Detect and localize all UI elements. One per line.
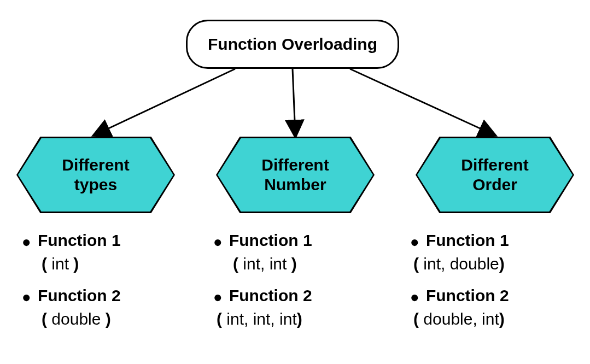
svg-line-1 — [293, 69, 295, 134]
bullet-icon: ● — [213, 234, 223, 250]
branch-node-number: Different Number — [216, 137, 375, 213]
function-name: Function 1 — [229, 230, 312, 252]
root-node: Function Overloading — [186, 20, 399, 69]
branch-list-order: ● Function 1 ( int, double) ● Function 2… — [410, 230, 590, 340]
function-name: Function 1 — [38, 230, 121, 252]
bullet-icon: ● — [22, 234, 31, 250]
list-item: ● Function 1 — [410, 230, 590, 252]
svg-line-2 — [350, 69, 493, 134]
list-item: ● Function 2 — [410, 285, 590, 307]
function-signature: ( int, int, int) — [217, 308, 394, 331]
bullet-icon: ● — [213, 290, 223, 305]
branch-list-types: ● Function 1 ( int ) ● Function 2 ( doub… — [22, 230, 202, 340]
branch-node-types: Different types — [16, 137, 175, 213]
list-item: ● Function 2 — [213, 285, 394, 307]
diagram-canvas: Function Overloading Different types Dif… — [0, 0, 590, 364]
root-title: Function Overloading — [208, 35, 377, 54]
function-signature: ( double, int) — [413, 308, 590, 331]
list-item: ● Function 1 — [22, 230, 202, 252]
function-signature: ( int ) — [42, 253, 202, 275]
function-name: Function 1 — [426, 230, 509, 252]
bullet-icon: ● — [410, 234, 419, 250]
function-name: Function 2 — [38, 285, 121, 307]
list-item: ● Function 1 — [213, 230, 394, 252]
svg-line-0 — [96, 69, 235, 134]
branch-list-number: ● Function 1 ( int, int ) ● Function 2 (… — [213, 230, 394, 340]
function-name: Function 2 — [229, 285, 312, 307]
bullet-icon: ● — [22, 290, 31, 305]
bullet-icon: ● — [410, 290, 419, 305]
branch-label-types: Different types — [16, 137, 175, 213]
branch-node-order: Different Order — [416, 137, 574, 213]
function-signature: ( double ) — [42, 308, 202, 331]
function-signature: ( int, int ) — [233, 253, 394, 275]
function-name: Function 2 — [426, 285, 509, 307]
branch-label-number: Different Number — [216, 137, 375, 213]
branch-label-order: Different Order — [416, 137, 574, 213]
list-item: ● Function 2 — [22, 285, 202, 307]
function-signature: ( int, double) — [413, 253, 590, 275]
